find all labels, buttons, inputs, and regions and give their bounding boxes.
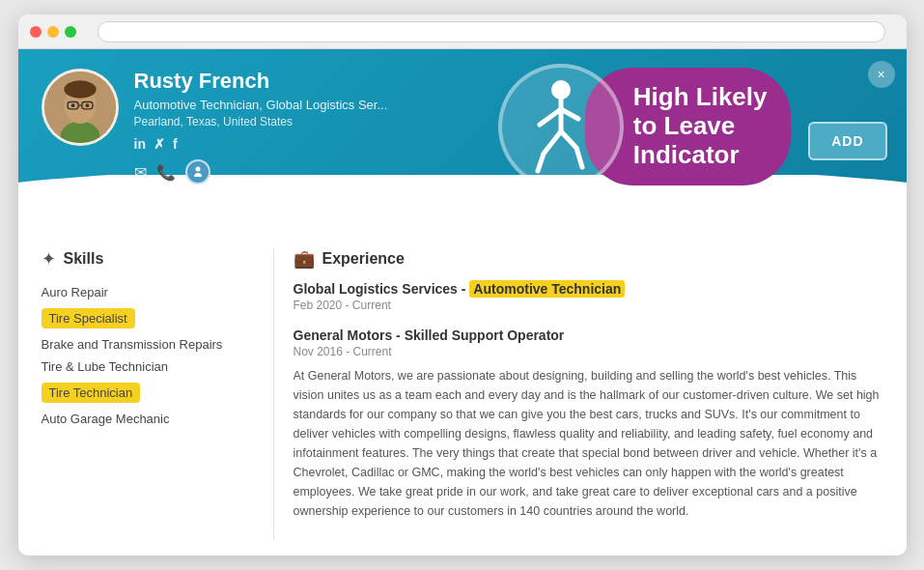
job-dates-2: Nov 2016 - Current xyxy=(294,345,883,358)
address-bar[interactable] xyxy=(98,21,885,43)
skills-title: Skills xyxy=(64,250,104,268)
svg-point-9 xyxy=(85,103,89,107)
profile-header: × xyxy=(18,49,907,233)
job-title-1: Global Logistics Services - Automotive T… xyxy=(294,281,883,297)
browser-chrome xyxy=(18,14,907,49)
experience-icon: 💼 xyxy=(294,248,315,270)
company-2: General Motors - Skilled Support Operato… xyxy=(294,328,565,343)
svg-line-13 xyxy=(540,109,561,125)
add-button[interactable]: ADD xyxy=(808,122,886,160)
company-1: Global Logistics Services - xyxy=(294,281,470,297)
close-button[interactable]: × xyxy=(868,61,895,88)
experience-panel: 💼 Experience Global Logistics Services -… xyxy=(294,248,883,540)
experience-title: Experience xyxy=(322,250,405,268)
job-entry-1: Global Logistics Services - Automotive T… xyxy=(294,281,883,312)
svg-point-10 xyxy=(195,167,200,172)
svg-point-4 xyxy=(64,80,96,99)
twitter-icon[interactable]: ✗ xyxy=(154,136,165,152)
skill-tire-lube[interactable]: Tire & Lube Technician xyxy=(42,356,254,378)
job-entry-2: General Motors - Skilled Support Operato… xyxy=(294,328,883,521)
svg-point-8 xyxy=(70,103,74,107)
skills-icon: ✦ xyxy=(42,248,56,270)
svg-line-15 xyxy=(544,131,561,154)
skill-auro-repair[interactable]: Auro Repair xyxy=(42,281,254,303)
job-title-2: General Motors - Skilled Support Operato… xyxy=(294,328,883,343)
browser-dots xyxy=(30,26,76,38)
person-indicator-icon[interactable] xyxy=(185,159,210,185)
indicator-line3: Indicator xyxy=(633,140,740,169)
svg-point-11 xyxy=(551,80,571,100)
walking-circle xyxy=(498,64,624,189)
dot-green[interactable] xyxy=(65,26,76,38)
dot-yellow[interactable] xyxy=(47,26,59,38)
dot-red[interactable] xyxy=(30,26,42,38)
indicator-line2: to Leave xyxy=(633,111,736,140)
avatar xyxy=(42,69,119,146)
experience-header: 💼 Experience xyxy=(294,248,883,270)
skill-auto-garage[interactable]: Auto Garage Mechanic xyxy=(42,408,254,430)
job-dates-1: Feb 2020 - Current xyxy=(294,299,883,312)
skill-brake-transmission[interactable]: Brake and Transmission Repairs xyxy=(42,333,254,356)
svg-line-16 xyxy=(538,154,544,171)
linkedin-icon[interactable]: in xyxy=(134,136,146,152)
facebook-icon[interactable]: f xyxy=(173,136,178,152)
main-content: ✦ Skills Auro Repair Tire Specialist Bra… xyxy=(18,233,907,556)
skill-tire-technician[interactable]: Tire Technician xyxy=(42,381,254,405)
skills-panel: ✦ Skills Auro Repair Tire Specialist Bra… xyxy=(42,248,254,540)
job-description-2: At General Motors, we are passionate abo… xyxy=(294,366,883,521)
indicator-overlay: High Likely to Leave Indicator xyxy=(498,64,791,189)
indicator-line1: High Likely xyxy=(633,82,768,111)
role-1: Automotive Technician xyxy=(469,280,625,298)
skills-header: ✦ Skills xyxy=(42,248,254,270)
svg-line-18 xyxy=(576,148,582,167)
panel-divider xyxy=(273,248,274,540)
svg-line-17 xyxy=(561,131,576,148)
phone-icon[interactable]: 📞 xyxy=(156,163,176,182)
svg-line-14 xyxy=(561,109,578,119)
email-icon[interactable]: ✉ xyxy=(134,163,147,182)
browser-window: × xyxy=(18,14,907,556)
skill-tire-specialist[interactable]: Tire Specialist xyxy=(42,306,254,330)
